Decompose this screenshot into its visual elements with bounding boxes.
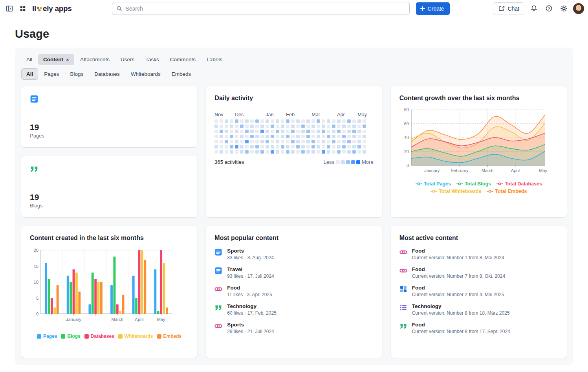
heatmap-cell xyxy=(322,145,325,148)
tab-blogs[interactable]: Blogs xyxy=(65,68,89,80)
tab-content[interactable]: Content xyxy=(38,54,74,65)
heatmap-cell xyxy=(301,119,305,123)
heatmap-cell xyxy=(317,135,320,138)
heatmap-cell xyxy=(332,150,335,154)
heatmap-cell xyxy=(260,145,264,148)
legend-item-whiteboards[interactable]: Whiteboards xyxy=(118,334,153,339)
caret-up-icon xyxy=(66,59,69,60)
app-logo[interactable]: li ely apps xyxy=(32,4,72,13)
blog-icon xyxy=(30,165,189,175)
heatmap-cell xyxy=(337,135,341,138)
heatmap-cell xyxy=(225,140,228,143)
heatmap-cell xyxy=(306,135,310,138)
list-item[interactable]: Travel93 likes · 17. Juli 2024 xyxy=(214,266,373,279)
heatmap-cell xyxy=(337,125,341,128)
heatmap-cell xyxy=(250,140,254,143)
heatmap-month-labels: NovDecJanFebMarAprMay xyxy=(214,112,373,119)
heatmap-cell xyxy=(286,119,289,123)
global-search xyxy=(112,2,410,15)
list-item-meta: Current version: Number 1 from 8. Mai 20… xyxy=(412,255,504,260)
user-avatar[interactable] xyxy=(573,3,584,14)
legend-item-total-databases[interactable]: Total Databases xyxy=(496,181,542,187)
heatmap-cell xyxy=(281,145,284,148)
app-switcher-button[interactable] xyxy=(17,3,28,14)
tab-users[interactable]: Users xyxy=(115,54,139,65)
list-item[interactable]: TechnologyCurrent version: Number 8 from… xyxy=(399,303,558,316)
settings-button[interactable] xyxy=(558,3,569,14)
heatmap-cell xyxy=(281,130,284,133)
create-button[interactable]: Create xyxy=(416,2,450,15)
heatmap-cell xyxy=(260,125,264,128)
legend-item-total-whiteboards[interactable]: Total Whiteboards xyxy=(430,189,481,194)
heatmap-cell xyxy=(311,140,315,143)
legend-item-pages[interactable]: Pages xyxy=(37,334,57,339)
list-item[interactable]: FoodCurrent version: Number 1 from 8. Ma… xyxy=(399,248,558,260)
heatmap-cell xyxy=(291,145,295,148)
list-item-meta: 29 likes · 21. Juli 2024 xyxy=(227,329,274,334)
heatmap-cell xyxy=(327,125,330,128)
svg-text:15: 15 xyxy=(34,264,38,269)
heatmap-cell xyxy=(317,140,320,143)
heatmap-cell xyxy=(337,145,341,148)
most-active-list: FoodCurrent version: Number 1 from 8. Ma… xyxy=(399,248,558,334)
svg-text:60: 60 xyxy=(404,121,408,126)
tab-databases[interactable]: Databases xyxy=(89,68,125,80)
legend-item-total-blogs[interactable]: Total Blogs xyxy=(456,181,491,187)
list-item[interactable]: Technology60 likes · 17. Feb. 2025 xyxy=(214,303,373,316)
tab-comments[interactable]: Comments xyxy=(165,54,201,65)
list-item[interactable]: FoodCurrent version: Number 7 from 8. Ok… xyxy=(399,266,558,279)
heatmap-cell xyxy=(332,135,335,138)
legend-item-embeds[interactable]: Embeds xyxy=(157,334,182,339)
list-item[interactable]: Sports29 likes · 21. Juli 2024 xyxy=(214,322,373,334)
daily-activity-heatmap: NovDecJanFebMarAprMay 365 activities Les… xyxy=(214,112,373,165)
heatmap-cell xyxy=(301,145,305,148)
heatmap-cell xyxy=(225,150,228,154)
topbar: li ely apps Create Chat xyxy=(0,0,588,17)
list-item[interactable]: Sports33 likes · 3. Aug. 2024 xyxy=(214,248,373,260)
tab-whiteboards[interactable]: Whiteboards xyxy=(126,68,166,80)
heatmap-cell xyxy=(266,119,269,123)
list-item[interactable]: Food11 likes · 3. Apr. 2025 xyxy=(214,285,373,297)
list-item[interactable]: FoodCurrent version: Number 8 from 17. S… xyxy=(399,322,558,334)
heatmap-cell xyxy=(235,125,238,128)
heatmap-cell xyxy=(347,125,351,128)
tab-all[interactable]: All xyxy=(21,68,38,80)
heatmap-cell xyxy=(322,119,325,123)
heatmap-cell xyxy=(271,119,274,123)
tab-all[interactable]: All xyxy=(21,54,37,65)
rows-icon xyxy=(399,304,407,312)
legend-item-blogs[interactable]: Blogs xyxy=(61,334,80,339)
legend-item-total-pages[interactable]: Total Pages xyxy=(416,181,451,187)
help-button[interactable]: ? xyxy=(543,3,554,14)
heatmap-cell xyxy=(296,140,300,143)
month-label: Nov xyxy=(214,112,223,117)
tab-embeds[interactable]: Embeds xyxy=(167,68,196,80)
chat-icon xyxy=(498,5,505,12)
heatmap-cell xyxy=(352,140,356,143)
list-item[interactable]: FoodCurrent version: Number 2 from 4. Ma… xyxy=(399,285,558,297)
tab-labels[interactable]: Labels xyxy=(201,54,227,65)
usage-panel: AllContentAttachmentsUsersTasksCommentsL… xyxy=(15,48,573,365)
tab-attachments[interactable]: Attachments xyxy=(75,54,115,65)
logo-text-left: li xyxy=(32,4,36,13)
heatmap-cell xyxy=(276,125,279,128)
month-label: Dec xyxy=(235,112,244,117)
chat-button[interactable]: Chat xyxy=(493,2,524,15)
legend-item-total-embeds[interactable]: Total Embeds xyxy=(487,189,527,194)
heatmap-cell xyxy=(327,145,330,148)
notifications-button[interactable] xyxy=(528,3,539,14)
heatmap-cell xyxy=(311,135,315,138)
sidebar-toggle-button[interactable] xyxy=(4,3,15,14)
list-item-title: Sports xyxy=(227,322,274,328)
tab-tasks[interactable]: Tasks xyxy=(140,54,164,65)
heatmap-cell xyxy=(352,135,356,138)
tab-pages[interactable]: Pages xyxy=(39,68,64,80)
heatmap-cell xyxy=(214,125,218,128)
heatmap-cell xyxy=(347,130,351,133)
heatmap-cell xyxy=(342,150,346,154)
search-input[interactable] xyxy=(126,5,405,12)
list-item-title: Food xyxy=(227,285,272,291)
heatmap-cell xyxy=(220,140,223,143)
legend-item-databases[interactable]: Databases xyxy=(84,334,114,339)
pages-count-label: Pages xyxy=(30,133,189,139)
